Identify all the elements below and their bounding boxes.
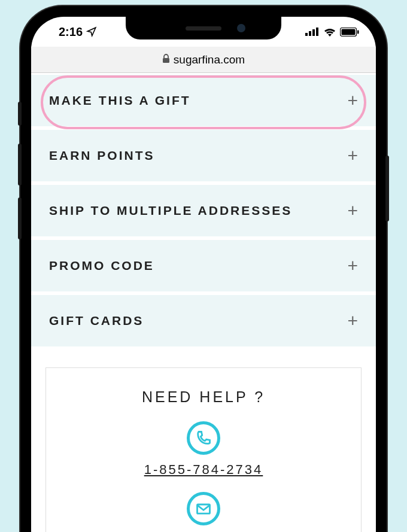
browser-url-bar[interactable]: sugarfina.com xyxy=(31,47,376,73)
location-arrow-icon xyxy=(86,26,97,37)
svg-rect-1 xyxy=(309,31,311,36)
accordion-earn-points[interactable]: EARN POINTS + xyxy=(31,128,376,183)
svg-rect-0 xyxy=(305,33,308,36)
help-title: NEED HELP ? xyxy=(58,388,349,406)
phone-icon[interactable] xyxy=(187,421,220,455)
plus-icon: + xyxy=(347,257,358,275)
accordion-gift-cards[interactable]: GIFT CARDS + xyxy=(31,293,376,348)
plus-icon: + xyxy=(347,147,358,165)
accordion-label: MAKE THIS A GIFT xyxy=(49,93,191,108)
help-phone-item: 1-855-784-2734 xyxy=(58,421,349,478)
email-icon[interactable] xyxy=(187,492,220,525)
speaker xyxy=(186,26,221,31)
svg-rect-6 xyxy=(357,30,359,34)
status-right xyxy=(305,27,359,37)
phone-notch xyxy=(126,17,281,39)
page-content: MAKE THIS A GIFT + EARN POINTS + SHIP TO… xyxy=(31,73,376,532)
plus-icon: + xyxy=(347,92,358,110)
front-camera xyxy=(237,24,245,32)
accordion-ship-multiple[interactable]: SHIP TO MULTIPLE ADDRESSES + xyxy=(31,183,376,238)
help-box: NEED HELP ? 1-855-784-2734 xyxy=(45,367,362,532)
url-domain: sugarfina.com xyxy=(174,53,245,66)
plus-icon: + xyxy=(347,312,358,330)
mute-switch xyxy=(18,102,22,126)
phone-link[interactable]: 1-855-784-2734 xyxy=(58,462,349,478)
phone-frame: 2:16 xyxy=(20,6,387,532)
accordion-label: EARN POINTS xyxy=(49,148,155,163)
plus-icon: + xyxy=(347,202,358,220)
accordion-label: GIFT CARDS xyxy=(49,314,144,328)
battery-icon xyxy=(340,28,359,37)
accordion-label: PROMO CODE xyxy=(49,259,154,273)
accordion-promo-code[interactable]: PROMO CODE + xyxy=(31,238,376,293)
lock-icon xyxy=(162,53,170,66)
svg-rect-5 xyxy=(342,29,356,35)
status-time: 2:16 xyxy=(59,25,83,39)
help-email-item xyxy=(58,492,349,532)
accordion-label: SHIP TO MULTIPLE ADDRESSES xyxy=(49,203,292,218)
phone-screen: 2:16 xyxy=(31,17,376,532)
cellular-signal-icon xyxy=(305,28,320,36)
svg-rect-7 xyxy=(163,58,169,63)
power-button xyxy=(385,156,389,221)
wifi-icon xyxy=(323,27,336,37)
accordion-make-gift[interactable]: MAKE THIS A GIFT + xyxy=(31,73,376,128)
volume-down-button xyxy=(18,197,22,239)
volume-up-button xyxy=(18,144,22,186)
svg-rect-3 xyxy=(316,28,318,36)
status-left: 2:16 xyxy=(48,25,97,39)
svg-rect-2 xyxy=(312,29,315,36)
